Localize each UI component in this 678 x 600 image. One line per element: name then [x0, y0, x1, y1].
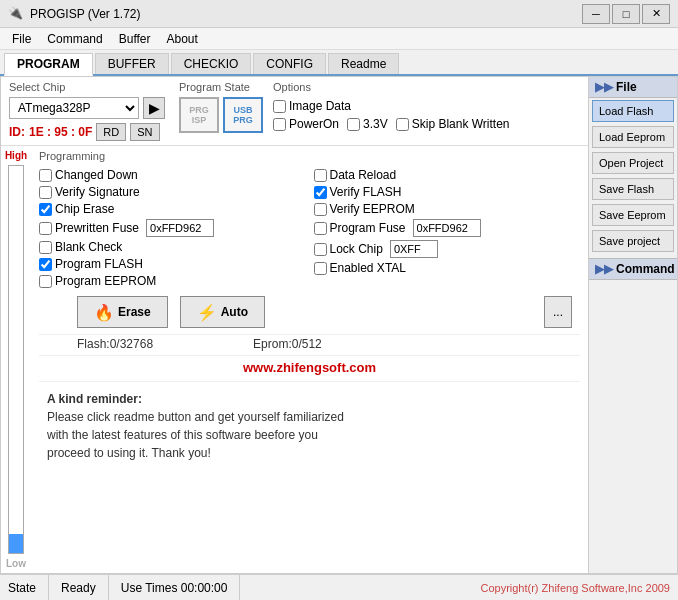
options-section: Options Image Data PowerOn 3.3V	[273, 81, 510, 131]
file-header-label: File	[616, 80, 637, 94]
cb-program-flash-label: Program FLASH	[55, 257, 143, 271]
cb-program-flash-input[interactable]	[39, 258, 52, 271]
cb-program-fuse-label: Program Fuse	[330, 221, 406, 235]
erase-label: Erase	[118, 305, 151, 319]
chip-select-row: ATmega328P ▶	[9, 97, 169, 119]
skip-blank-checkbox[interactable]	[396, 118, 409, 131]
cb-changed-down-label: Changed Down	[55, 168, 138, 182]
arrow-button[interactable]: ▶	[143, 97, 165, 119]
file-header-arrow: ▶▶	[595, 80, 613, 94]
programming-label: Programming	[39, 150, 580, 162]
window-controls: ─ □ ✕	[582, 4, 670, 24]
progress-bar	[8, 165, 24, 554]
select-chip-section: Select Chip ATmega328P ▶ ID: 1E : 95 : 0…	[9, 81, 169, 141]
prog-icon-top-1: USB	[233, 105, 252, 115]
power-on-checkbox[interactable]	[273, 118, 286, 131]
tab-program[interactable]: PROGRAM	[4, 53, 93, 76]
cb-program-eeprom-input[interactable]	[39, 275, 52, 288]
eprom-value: Eprom:0/512	[253, 337, 322, 351]
cb-verify-eeprom: Verify EEPROM	[314, 202, 581, 216]
three-v3-option[interactable]: 3.3V	[347, 117, 388, 131]
website-link: www.zhifengsoft.com	[39, 355, 580, 379]
erase-icon: 🔥	[94, 303, 114, 322]
tab-checkio[interactable]: CHECKIO	[171, 53, 252, 74]
cb-lock-chip-input[interactable]	[314, 243, 327, 256]
cb-prewritten-fuse-input[interactable]	[39, 222, 52, 235]
tab-config[interactable]: CONFIG	[253, 53, 326, 74]
menu-buffer[interactable]: Buffer	[111, 30, 159, 48]
cb-verify-eeprom-input[interactable]	[314, 203, 327, 216]
rd-button[interactable]: RD	[96, 123, 126, 141]
id-row: ID: 1E : 95 : 0F RD SN	[9, 123, 169, 141]
more-button[interactable]: ...	[544, 296, 572, 328]
save-project-button[interactable]: Save project	[592, 230, 674, 252]
prewritten-fuse-input[interactable]: 0xFFD962	[146, 219, 214, 237]
cb-chip-erase-input[interactable]	[39, 203, 52, 216]
erase-button[interactable]: 🔥 Erase	[77, 296, 168, 328]
sn-button[interactable]: SN	[130, 123, 159, 141]
three-v3-checkbox[interactable]	[347, 118, 360, 131]
checkbox-columns: Changed Down Verify Signature Chip Erase	[39, 168, 580, 288]
auto-button[interactable]: ⚡ Auto	[180, 296, 265, 328]
save-eeprom-button[interactable]: Save Eeprom	[592, 204, 674, 226]
status-usetimes-label: Use Times	[121, 581, 178, 595]
tab-buffer[interactable]: BUFFER	[95, 53, 169, 74]
image-data-option[interactable]: Image Data	[273, 99, 351, 113]
auto-label: Auto	[221, 305, 248, 319]
cb-data-reload-input[interactable]	[314, 169, 327, 182]
top-section: Select Chip ATmega328P ▶ ID: 1E : 95 : 0…	[1, 77, 588, 146]
cb-program-eeprom: Program EEPROM	[39, 274, 306, 288]
flash-info: Flash:0/32768 Eprom:0/512	[39, 334, 580, 353]
cb-verify-flash-input[interactable]	[314, 186, 327, 199]
chip-select-dropdown[interactable]: ATmega328P	[9, 97, 139, 119]
load-eeprom-button[interactable]: Load Eeprom	[592, 126, 674, 148]
program-state-label: Program State	[179, 81, 263, 93]
select-chip-label: Select Chip	[9, 81, 169, 93]
maximize-button[interactable]: □	[612, 4, 640, 24]
cb-verify-sig: Verify Signature	[39, 185, 306, 199]
cb-enabled-xtal-input[interactable]	[314, 262, 327, 275]
skip-blank-option[interactable]: Skip Blank Written	[396, 117, 510, 131]
menu-command[interactable]: Command	[39, 30, 110, 48]
cb-verify-flash-label: Verify FLASH	[330, 185, 402, 199]
cb-changed-down: Changed Down	[39, 168, 306, 182]
status-state-label: State	[8, 581, 36, 595]
flash-value: Flash:0/32768	[77, 337, 153, 351]
open-project-button[interactable]: Open Project	[592, 152, 674, 174]
notice-text: Please click readme button and get yours…	[47, 408, 572, 462]
cb-program-flash: Program FLASH	[39, 257, 306, 271]
image-data-checkbox[interactable]	[273, 100, 286, 113]
programming-section: High Low Programming Changed Down	[1, 146, 588, 573]
cb-verify-sig-input[interactable]	[39, 186, 52, 199]
status-state-segment: State	[8, 575, 49, 600]
progress-bar-fill	[9, 534, 23, 553]
status-ready-value: Ready	[61, 581, 96, 595]
main-layout: Select Chip ATmega328P ▶ ID: 1E : 95 : 0…	[0, 76, 678, 574]
cb-data-reload-label: Data Reload	[330, 168, 397, 182]
cb-changed-down-input[interactable]	[39, 169, 52, 182]
load-flash-button[interactable]: Load Flash	[592, 100, 674, 122]
cb-prewritten-fuse-label: Prewritten Fuse	[55, 221, 139, 235]
notice-area: A kind reminder: Please click readme but…	[39, 381, 580, 569]
power-on-option[interactable]: PowerOn	[273, 117, 339, 131]
program-state-section: Program State PRG ISP USB PRG	[179, 81, 263, 133]
minimize-button[interactable]: ─	[582, 4, 610, 24]
program-fuse-input[interactable]: 0xFFD962	[413, 219, 481, 237]
image-data-label: Image Data	[289, 99, 351, 113]
tab-readme[interactable]: Readme	[328, 53, 399, 74]
cb-program-eeprom-label: Program EEPROM	[55, 274, 156, 288]
status-ready-segment: Ready	[49, 575, 109, 600]
prog-icon-bottom-0: ISP	[192, 115, 207, 125]
save-flash-button[interactable]: Save Flash	[592, 178, 674, 200]
cb-program-fuse-input[interactable]	[314, 222, 327, 235]
prog-icon-bottom-1: PRG	[233, 115, 253, 125]
close-button[interactable]: ✕	[642, 4, 670, 24]
menu-file[interactable]: File	[4, 30, 39, 48]
right-panel: ▶▶ File Load Flash Load Eeprom Open Proj…	[588, 76, 678, 574]
menu-about[interactable]: About	[159, 30, 206, 48]
prog-icon-isp: PRG ISP	[179, 97, 219, 133]
lock-chip-input[interactable]: 0XFF	[390, 240, 438, 258]
cb-verify-sig-label: Verify Signature	[55, 185, 140, 199]
checkbox-col-right: Data Reload Verify FLASH Verify EEPROM	[314, 168, 581, 288]
cb-blank-check-input[interactable]	[39, 241, 52, 254]
